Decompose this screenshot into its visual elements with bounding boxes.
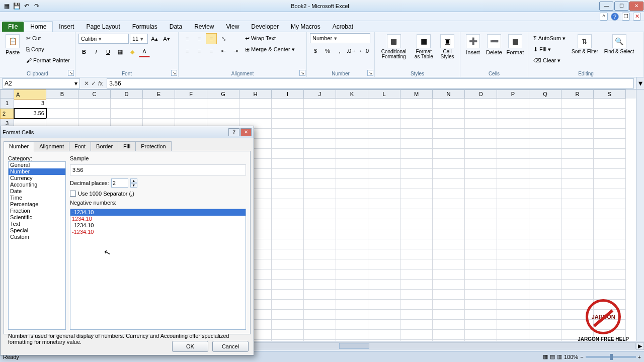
column-header[interactable]: I [272,89,304,99]
category-option[interactable]: Scientific [9,214,65,221]
cell[interactable] [433,119,465,129]
cell[interactable] [561,179,594,189]
autosum-button[interactable]: ΣAutoSum▾ [531,33,568,43]
category-option[interactable]: Date [9,188,65,195]
cell[interactable] [465,209,497,219]
cell[interactable] [175,109,207,119]
cell[interactable] [272,129,304,139]
cell[interactable] [561,129,594,139]
cell[interactable] [433,280,465,290]
cell[interactable] [368,249,400,259]
cell[interactable] [433,179,465,189]
cell[interactable] [272,320,304,330]
cell[interactable] [368,219,400,229]
cell[interactable] [497,209,529,219]
cell[interactable] [594,219,626,229]
cell[interactable] [433,300,465,310]
cell[interactable] [529,269,561,280]
tab-review[interactable]: Review [188,22,220,32]
cell[interactable] [433,320,465,330]
alignment-launcher[interactable]: ↘ [299,70,305,76]
cell[interactable] [594,199,626,209]
cell[interactable] [304,300,336,310]
cell[interactable] [433,99,465,109]
category-option[interactable]: Text [9,221,65,227]
tab-insert[interactable]: Insert [53,22,80,32]
vertical-scrollbar[interactable] [636,89,644,341]
cell[interactable] [336,300,368,310]
cell[interactable] [433,169,465,179]
cell[interactable] [272,219,304,229]
help-icon[interactable]: ? [611,13,619,21]
cell[interactable] [465,179,497,189]
cell[interactable] [400,179,433,189]
cell[interactable] [529,249,561,259]
cell[interactable] [561,139,594,149]
cell[interactable] [143,109,175,119]
cell[interactable] [561,199,594,209]
column-header[interactable]: M [400,89,433,99]
decrease-decimal-icon[interactable]: ←.0 [358,45,369,56]
cell[interactable] [304,109,336,119]
cell[interactable] [400,320,433,330]
cell[interactable] [400,159,433,169]
cell[interactable] [529,300,561,310]
cell[interactable] [400,259,433,269]
redo-icon[interactable]: ↷ [32,2,41,11]
cell[interactable] [368,159,400,169]
cell[interactable] [336,290,368,300]
cell[interactable] [497,139,529,149]
cell[interactable] [368,290,400,300]
cell[interactable] [400,99,433,109]
close-button[interactable]: ✕ [629,2,643,11]
cell[interactable] [594,249,626,259]
dialog-close-icon[interactable]: ✕ [240,128,252,136]
percent-icon[interactable]: % [322,45,333,56]
cell[interactable] [336,259,368,269]
cell[interactable] [594,129,626,139]
cell[interactable] [368,179,400,189]
cell[interactable] [529,330,561,340]
cell[interactable] [433,159,465,169]
merge-center-button[interactable]: ⊞Merge & Center▾ [243,44,297,54]
category-option[interactable]: Number [9,168,65,175]
cell[interactable] [561,169,594,179]
cell[interactable] [304,310,336,320]
increase-decimal-icon[interactable]: .0→ [346,45,357,56]
cell[interactable] [465,149,497,159]
cell[interactable] [465,129,497,139]
tab-formulas[interactable]: Formulas [126,22,164,32]
cell[interactable] [304,119,336,129]
cell[interactable] [400,139,433,149]
cell[interactable] [336,209,368,219]
cell[interactable] [272,109,304,119]
cell[interactable] [529,199,561,209]
cell[interactable] [594,269,626,280]
column-header[interactable]: P [497,89,529,99]
category-option[interactable]: Special [9,227,65,234]
cell[interactable] [368,239,400,249]
cell[interactable] [272,280,304,290]
cell[interactable] [111,109,143,119]
column-header[interactable]: J [304,89,336,99]
cell[interactable] [529,189,561,199]
cell[interactable] [336,199,368,209]
cell[interactable] [304,239,336,249]
tab-data[interactable]: Data [164,22,188,32]
cell[interactable] [433,310,465,320]
tab-my-macros[interactable]: My Macros [285,22,327,32]
bold-button[interactable]: B [78,46,90,57]
cell[interactable] [368,169,400,179]
cell[interactable] [594,179,626,189]
cell[interactable] [529,209,561,219]
cell[interactable] [304,290,336,300]
cell[interactable] [594,109,626,119]
format-as-table-button[interactable]: ▦Format as Table [412,33,436,60]
cell[interactable] [272,209,304,219]
row-header[interactable]: 1 [0,99,14,109]
cell[interactable] [497,330,529,340]
cell[interactable] [497,290,529,300]
cell[interactable] [465,330,497,340]
undo-icon[interactable]: ↶ [22,2,31,11]
cell[interactable] [594,280,626,290]
